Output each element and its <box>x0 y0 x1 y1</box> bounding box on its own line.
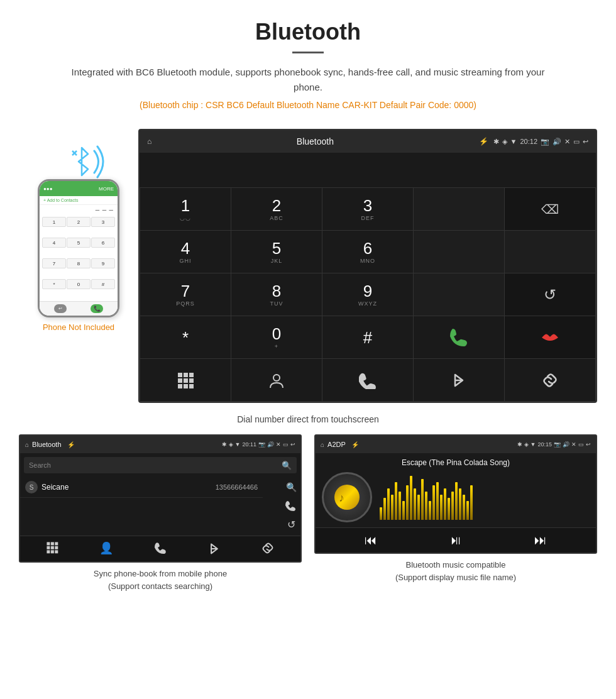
dial-key-0[interactable]: 0 + <box>231 316 322 359</box>
svg-rect-6 <box>184 378 188 383</box>
dial-key-3[interactable]: 3 DEF <box>322 188 414 231</box>
dial-key-1[interactable]: 1 ◡◡ <box>140 188 231 231</box>
song-title: Escape (The Pina Colada Song) <box>321 458 591 467</box>
window-icon: ▭ <box>573 138 580 146</box>
usb-icon: ⚡ <box>479 137 488 146</box>
waveform-bar <box>448 498 450 520</box>
svg-rect-4 <box>189 373 194 377</box>
waveform-bar <box>444 488 446 520</box>
dial-action-grid[interactable] <box>140 359 231 402</box>
dial-key-7[interactable]: 7 PQRS <box>140 273 231 316</box>
music-prev-icon[interactable]: ⏮ <box>365 533 377 548</box>
dial-cell-empty-2 <box>414 231 505 273</box>
dial-key-2[interactable]: 2 ABC <box>231 188 322 231</box>
dial-caption: Dial number direct from touchscreen <box>0 409 616 428</box>
signal-icon: ▼ <box>510 138 517 145</box>
dial-key-8[interactable]: 8 TUV <box>231 273 322 316</box>
svg-rect-17 <box>51 546 54 549</box>
contact-name: Seicane <box>41 483 212 492</box>
waveform-bar <box>432 485 435 520</box>
pb-call-icon[interactable] <box>285 500 297 511</box>
waveform-bar <box>391 495 393 520</box>
svg-rect-16 <box>47 546 50 549</box>
dial-call-button[interactable] <box>414 316 505 359</box>
home-icon[interactable]: ⌂ <box>147 137 151 146</box>
music-play-pause-icon[interactable]: ⏯ <box>449 533 462 548</box>
svg-rect-8 <box>178 384 182 388</box>
svg-rect-14 <box>51 542 54 545</box>
waveform-bar <box>387 488 390 520</box>
search-icon: 🔍 <box>282 461 292 470</box>
svg-rect-20 <box>51 550 54 553</box>
time-display: 20:12 <box>520 138 537 145</box>
contact-row[interactable]: S Seicane 13566664466 <box>20 477 263 498</box>
svg-rect-2 <box>178 373 182 377</box>
svg-text:♪: ♪ <box>339 492 344 504</box>
dial-action-phone[interactable] <box>322 359 414 402</box>
phonebook-search-bar[interactable]: Search 🔍 <box>24 457 297 473</box>
dial-cell-empty-3 <box>505 231 596 273</box>
pb-home-icon[interactable]: ⌂ <box>25 441 29 448</box>
music-home-icon[interactable]: ⌂ <box>321 441 324 448</box>
album-art-inner: ♪ <box>334 485 360 510</box>
pb-search-right-icon[interactable]: 🔍 <box>286 482 297 492</box>
dial-hangup-button[interactable] <box>505 316 596 359</box>
svg-rect-13 <box>47 542 50 545</box>
svg-rect-3 <box>184 373 188 377</box>
dial-action-contacts[interactable] <box>231 359 322 402</box>
waveform-bar <box>466 501 469 520</box>
title-underline <box>292 52 324 53</box>
waveform-bar <box>440 495 443 520</box>
waveform-bar <box>402 501 405 520</box>
waveform-bar <box>421 479 424 520</box>
dial-key-star[interactable]: * <box>140 316 231 359</box>
dial-key-5[interactable]: 5 JKL <box>231 231 322 273</box>
dial-key-hash[interactable]: # <box>322 316 414 359</box>
page-header: Bluetooth Integrated with BC6 Bluetooth … <box>0 0 616 129</box>
dial-key-4[interactable]: 4 GHI <box>140 231 231 273</box>
waveform-bar <box>429 501 431 520</box>
bluetooth-signal-icon <box>60 141 97 179</box>
pb-phone-icon[interactable] <box>155 541 167 554</box>
music-caption: Bluetooth music compatible (Support disp… <box>395 559 516 583</box>
contact-avatar: S <box>25 481 38 493</box>
contact-number: 13566664466 <box>216 483 258 491</box>
dial-key-9[interactable]: 9 WXYZ <box>322 273 414 316</box>
pb-link-icon[interactable] <box>261 541 275 555</box>
music-title-bar: A2DP <box>327 441 346 448</box>
phone-not-included-label: Phone Not Included <box>43 322 114 332</box>
waveform-bar <box>417 495 420 520</box>
dial-action-link[interactable] <box>505 359 596 402</box>
waveform-bar <box>399 492 401 520</box>
svg-rect-7 <box>189 378 194 383</box>
pb-reload-icon[interactable]: ↺ <box>287 519 295 531</box>
waveform-bar <box>463 495 465 520</box>
phonebook-bottom-bar: 👤 <box>20 536 300 561</box>
phone-mockup: ●●● MORE + Add to Contacts ─ ─ ─ 1 2 3 4… <box>38 179 119 317</box>
waveform-bar <box>451 492 454 520</box>
dial-key-6[interactable]: 6 MNO <box>322 231 414 273</box>
svg-rect-18 <box>55 546 58 549</box>
album-art: ♪ <box>322 472 372 522</box>
dial-action-bluetooth[interactable] <box>414 359 505 402</box>
pb-person-icon[interactable]: 👤 <box>99 541 113 556</box>
dial-status-bar: ⌂ Bluetooth ⚡ ✱ ◈ ▼ 20:12 📷 🔊 ✕ ▭ ↩ <box>140 130 596 153</box>
close-icon[interactable]: ✕ <box>564 138 570 146</box>
back-icon[interactable]: ↩ <box>583 138 588 146</box>
dial-reload-button[interactable]: ↺ <box>505 273 596 316</box>
music-screenshot: ⌂ A2DP ⚡ ✱◈▼ 20:15 📷🔊✕▭↩ Escape (The Pin… <box>314 434 597 592</box>
page-description: Integrated with BC6 Bluetooth module, su… <box>63 65 553 95</box>
phonebook-list: S Seicane 13566664466 <box>20 477 282 536</box>
location-icon: ◈ <box>502 138 507 146</box>
svg-rect-5 <box>178 378 182 383</box>
music-next-icon[interactable]: ⏭ <box>534 533 547 548</box>
page-specs: (Bluetooth chip : CSR BC6 Default Blueto… <box>25 100 591 110</box>
waveform-bar <box>383 498 386 520</box>
waveform-bar <box>436 482 439 520</box>
pb-bluetooth-icon[interactable] <box>209 541 220 556</box>
dial-bottom-actions <box>140 359 596 402</box>
pb-usb-icon: ⚡ <box>67 441 75 448</box>
dial-backspace-button[interactable]: ⌫ <box>505 188 596 231</box>
phonebook-screenshot: ⌂ Bluetooth ⚡ ✱◈▼ 20:11 📷🔊✕▭↩ Search 🔍 S <box>19 434 302 592</box>
pb-grid-icon[interactable] <box>46 541 58 554</box>
